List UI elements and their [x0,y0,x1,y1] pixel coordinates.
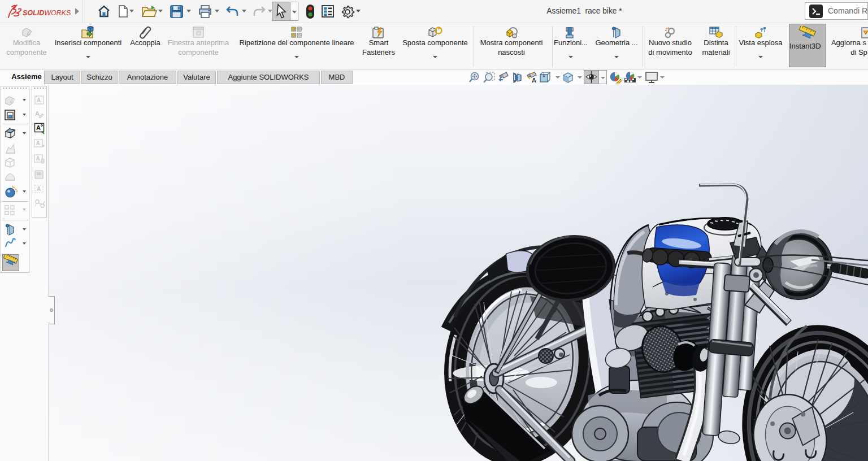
svg-text:A: A [35,110,40,117]
svg-text:A: A [532,77,536,84]
svg-text:A: A [37,97,41,103]
svg-text:A: A [36,124,41,131]
svg-text:A: A [36,155,40,162]
svg-text:SOLIDWORKS: SOLIDWORKS [23,9,71,17]
svg-text:A: A [37,186,41,192]
svg-text:A: A [36,140,40,146]
